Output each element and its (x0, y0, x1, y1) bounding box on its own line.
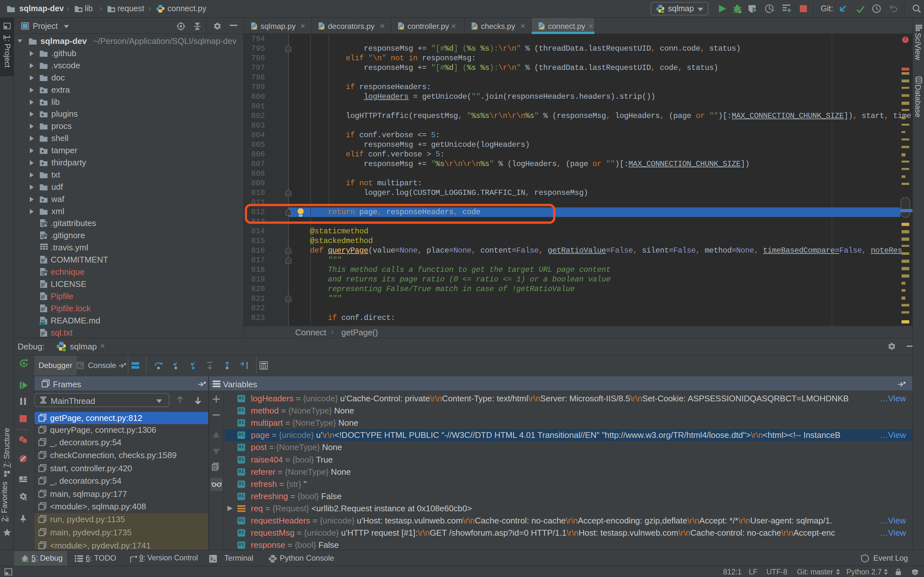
svg-text:MD: MD (41, 322, 45, 325)
